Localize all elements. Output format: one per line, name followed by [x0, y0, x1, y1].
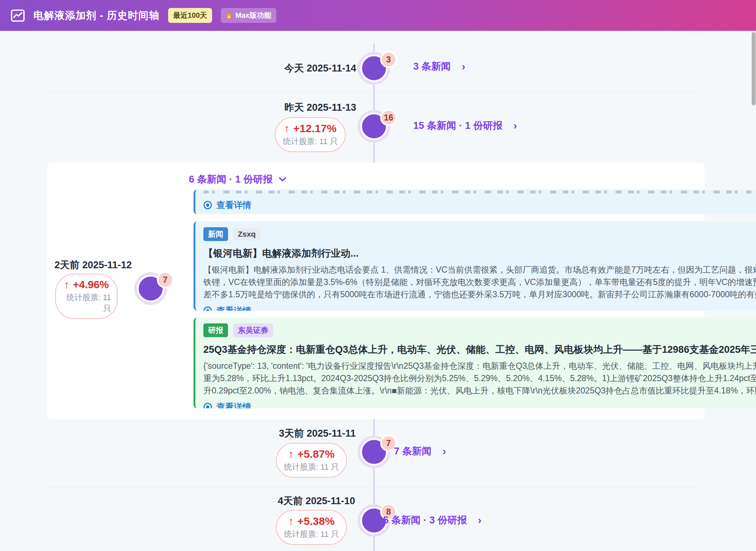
day-summary-label: 6 条新闻 · 1 份研报: [189, 173, 273, 186]
max-feature-label: Max版功能: [235, 11, 271, 20]
entry-date-4days: 4天前 2025-11-10: [278, 494, 355, 507]
view-detail-link[interactable]: 查看详情: [195, 397, 756, 408]
eye-icon: [203, 201, 212, 209]
report-type-badge: 研报: [203, 323, 228, 337]
change-pill: ↑+5.87% 统计股票: 11 只: [276, 443, 347, 478]
news-body: 【银河电新】电解液添加剂行业动态电话会要点 1、供需情况：VC当前供需很紧，头部…: [195, 260, 756, 301]
change-pill: ↑+12.17% 统计股票: 11 只: [275, 117, 346, 152]
timeline-node-today[interactable]: 3: [360, 54, 388, 82]
stocks-counted: 统计股票: 11 只: [284, 529, 339, 540]
entry-link-label: 3 条新闻: [413, 60, 451, 73]
count-badge: 7: [157, 272, 174, 288]
entry-link-label: 5 条新闻 · 3 份研报: [383, 514, 467, 527]
change-pill: ↑+5.38% 统计股票: 11 只: [276, 510, 347, 545]
news-body-line: 铁锂，VC在铁锂里面的添加量是3.5%-6%（特别是储能，对循环充放电次数要求更…: [203, 276, 756, 288]
timeline-node-yesterday[interactable]: 16: [360, 113, 388, 140]
chevron-right-icon: ›: [462, 61, 466, 72]
report-card: 研报 东吴证券 25Q3基金持仓深度：电新重仓Q3总体上升，电动车、光伏、储能、…: [194, 318, 756, 408]
news-type-badge: 新闻: [203, 227, 228, 241]
news-card: 新闻 Zsxq 【银河电新】电解液添加剂行业动... 【银河电新】电解液添加剂行…: [194, 221, 756, 311]
entry-link-label: 15 条新闻 · 1 份研报: [413, 119, 503, 132]
entry-date-today: 今天 2025-11-14: [284, 62, 356, 75]
timeline-node-2days[interactable]: 7: [137, 275, 164, 302]
date-range-badge: 最近100天: [168, 8, 212, 23]
chevron-right-icon: ›: [443, 446, 446, 457]
expanded-day-panel: 2天前 2025-11-12 ↑+4.96% 统计股票: 11 只 7 6 条新…: [47, 163, 704, 419]
entry-link-4days[interactable]: 5 条新闻 · 3 份研报 ›: [383, 514, 481, 527]
entry-link-today[interactable]: 3 条新闻 ›: [413, 60, 466, 73]
entry-link-yesterday[interactable]: 15 条新闻 · 1 份研报 ›: [413, 119, 517, 132]
report-body: {'sourceType': 13, 'content': '电力设备行业深度报…: [195, 356, 756, 397]
chevron-right-icon: ›: [513, 120, 517, 131]
count-badge: 3: [380, 51, 397, 68]
view-detail-label: 查看详情: [216, 199, 251, 211]
count-badge: 16: [380, 109, 397, 126]
trend-chart-icon: [11, 9, 25, 22]
view-detail-link[interactable]: 查看详情: [195, 301, 756, 311]
report-body-line: {'sourceType': 13, 'content': '电力设备行业深度报…: [203, 360, 756, 372]
view-detail-label: 查看详情: [216, 401, 251, 408]
chevron-down-icon: [279, 177, 286, 182]
stocks-counted: 统计股票: 11 只: [283, 136, 338, 147]
view-detail-link[interactable]: 查看详情: [195, 193, 756, 214]
day-summary-toggle[interactable]: 6 条新闻 · 1 份研报: [189, 173, 286, 186]
entry-date-3days: 3天前 2025-11-11: [279, 427, 356, 440]
news-card-clipped: 查看详情: [194, 189, 756, 214]
news-title: 【银河电新】电解液添加剂行业动...: [195, 241, 756, 260]
page-title: 电解液添加剂 - 历史时间轴: [33, 9, 159, 23]
change-pill: ↑+4.96% 统计股票: 11 只: [55, 274, 118, 319]
max-feature-badge: Max版功能: [221, 8, 276, 23]
news-body-line: 差不多1.5万吨是给宁德保供的，只有5000吨在市场进行流通，宁德也还要外采3.…: [203, 288, 756, 301]
report-body-line: 升0.29pct至2.00%，钠电池、复合集流体上涨。\r\n■新能源：光伏、风…: [203, 384, 756, 397]
entry-link-3days[interactable]: 7 条新闻 ›: [394, 445, 446, 458]
app-header: 电解液添加剂 - 历史时间轴 最近100天 Max版功能: [0, 0, 756, 31]
row-divider: [47, 487, 701, 487]
entry-link-label: 7 条新闻: [394, 445, 432, 458]
up-arrow-icon: ↑: [64, 279, 69, 290]
source-tag: Zsxq: [233, 228, 260, 240]
clipped-text-strip: [203, 191, 751, 193]
timeline-node-3days[interactable]: 7: [360, 438, 388, 466]
change-percent: +12.17%: [293, 122, 336, 134]
up-arrow-icon: ↑: [284, 122, 289, 134]
entry-date-2days: 2天前 2025-11-12: [54, 258, 132, 272]
eye-icon: [203, 306, 212, 311]
chevron-right-icon: ›: [478, 515, 481, 526]
source-tag: 东吴证券: [233, 323, 273, 337]
flame-icon: [226, 12, 232, 20]
entry-date-yesterday: 昨天 2025-11-13: [284, 101, 356, 114]
up-arrow-icon: ↑: [288, 515, 294, 527]
report-title: 25Q3基金持仓深度：电新重仓Q3总体上升，电动车、光伏、储能、工控、电网、风电…: [195, 337, 756, 356]
stocks-counted: 统计股票: 11 只: [62, 292, 111, 314]
stocks-counted: 统计股票: 11 只: [284, 462, 339, 473]
report-body-line: 重为5.28%，环比上升1.13pct。2024Q3-2025Q3持仓比例分别为…: [203, 372, 756, 384]
view-detail-label: 查看详情: [216, 305, 251, 311]
eye-icon: [203, 403, 212, 408]
row-divider: [47, 92, 701, 92]
news-body-line: 【银河电新】电解液添加剂行业动态电话会要点 1、供需情况：VC当前供需很紧，头部…: [203, 264, 756, 276]
change-percent: +5.38%: [297, 515, 335, 527]
scrollbar-thumb[interactable]: [752, 32, 756, 105]
up-arrow-icon: ↑: [288, 448, 294, 460]
change-percent: +4.96%: [73, 279, 109, 290]
change-percent: +5.87%: [297, 448, 335, 460]
